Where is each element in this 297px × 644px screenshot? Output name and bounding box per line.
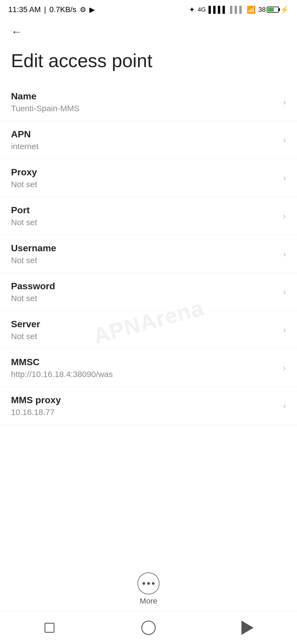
nav-back-button[interactable]	[237, 617, 258, 639]
home-icon	[141, 621, 156, 635]
back-arrow-icon: ←	[11, 26, 22, 38]
nav-recents-button[interactable]	[38, 617, 61, 639]
battery-percent: 38	[258, 6, 266, 13]
recents-icon	[45, 623, 54, 633]
dot1	[142, 582, 145, 585]
settings-content-username: UsernameNot set	[11, 243, 277, 265]
more-circle	[138, 572, 160, 594]
battery-container: 38 ⚡	[258, 6, 289, 14]
settings-label-server: Server	[11, 319, 277, 329]
battery-icon	[267, 7, 279, 13]
settings-content-apn: APNinternet	[11, 129, 277, 151]
settings-content-password: PasswordNot set	[11, 281, 277, 303]
settings-label-apn: APN	[11, 129, 277, 140]
settings-item-proxy[interactable]: ProxyNot set›	[0, 159, 297, 197]
4g-icon: 4G	[198, 6, 206, 13]
settings-item-apn[interactable]: APNinternet›	[0, 121, 297, 159]
settings-list: NameTuenti-Spain-MMS›APNinternet›ProxyNo…	[0, 83, 297, 425]
settings-label-name: Name	[11, 91, 277, 102]
back-button[interactable]: ←	[8, 23, 25, 40]
page-title: Edit access point	[11, 50, 286, 72]
nav-home-button[interactable]	[138, 617, 160, 639]
more-dots	[142, 582, 155, 585]
chevron-icon-name: ›	[283, 97, 286, 107]
settings-item-mmsc[interactable]: MMSChttp://10.16.18.4:38090/was›	[0, 349, 297, 387]
settings-value-server: Not set	[11, 332, 277, 341]
settings-value-password: Not set	[11, 294, 277, 303]
signal2-icon: ▌▌▌	[230, 6, 244, 13]
settings-content-proxy: ProxyNot set	[11, 167, 277, 189]
status-right: ✦ 4G ▌▌▌▌ ▌▌▌ 📶 38 ⚡	[189, 6, 289, 14]
toolbar: ←	[0, 19, 297, 44]
settings-value-port: Not set	[11, 218, 277, 227]
status-bar: 11:35 AM | 0.7KB/s ⚙ ▶ ✦ 4G ▌▌▌▌ ▌▌▌ 📶 3…	[0, 0, 297, 19]
settings-label-proxy: Proxy	[11, 167, 277, 178]
dot2	[147, 582, 150, 585]
page-title-container: Edit access point	[0, 44, 297, 83]
network-speed: 0.7KB/s	[50, 5, 76, 14]
wifi-icon: 📶	[247, 6, 255, 14]
dot3	[152, 582, 155, 585]
video-icon: ▶	[89, 6, 95, 14]
settings-value-username: Not set	[11, 256, 277, 265]
settings-content-mms-proxy: MMS proxy10.16.18.77	[11, 395, 277, 417]
chevron-icon-mmsc: ›	[283, 363, 286, 373]
bluetooth-icon: ✦	[189, 6, 195, 14]
settings-content-server: ServerNot set	[11, 319, 277, 341]
more-button[interactable]: More	[138, 572, 160, 605]
settings-content-port: PortNot set	[11, 205, 277, 227]
charging-icon: ⚡	[280, 6, 289, 14]
chevron-icon-mms-proxy: ›	[283, 401, 286, 411]
settings-value-mms-proxy: 10.16.18.77	[11, 408, 277, 417]
chevron-icon-username: ›	[283, 249, 286, 259]
settings-icon: ⚙	[80, 6, 86, 14]
settings-item-name[interactable]: NameTuenti-Spain-MMS›	[0, 83, 297, 121]
settings-item-server[interactable]: ServerNot set›	[0, 311, 297, 349]
more-label: More	[140, 597, 157, 605]
settings-label-username: Username	[11, 243, 277, 253]
settings-item-password[interactable]: PasswordNot set›	[0, 273, 297, 311]
settings-label-mms-proxy: MMS proxy	[11, 395, 277, 405]
settings-label-mmsc: MMSC	[11, 357, 277, 367]
settings-content-name: NameTuenti-Spain-MMS	[11, 91, 277, 113]
settings-value-apn: internet	[11, 142, 277, 151]
settings-value-name: Tuenti-Spain-MMS	[11, 104, 277, 113]
settings-label-port: Port	[11, 205, 277, 215]
status-left: 11:35 AM | 0.7KB/s ⚙ ▶	[8, 5, 95, 14]
settings-item-mms-proxy[interactable]: MMS proxy10.16.18.77›	[0, 387, 297, 425]
chevron-icon-server: ›	[283, 325, 286, 335]
signal-icon: ▌▌▌▌	[208, 6, 227, 13]
settings-item-username[interactable]: UsernameNot set›	[0, 235, 297, 273]
chevron-icon-proxy: ›	[283, 173, 286, 183]
chevron-icon-port: ›	[283, 211, 286, 221]
settings-value-proxy: Not set	[11, 180, 277, 189]
speed-separator: |	[44, 5, 46, 14]
settings-content-mmsc: MMSChttp://10.16.18.4:38090/was	[11, 357, 277, 379]
settings-item-port[interactable]: PortNot set›	[0, 197, 297, 235]
settings-value-mmsc: http://10.16.18.4:38090/was	[11, 370, 277, 379]
settings-label-password: Password	[11, 281, 277, 291]
chevron-icon-password: ›	[283, 287, 286, 297]
time: 11:35 AM	[8, 5, 41, 14]
nav-bar	[0, 611, 297, 644]
back-icon	[241, 621, 254, 635]
chevron-icon-apn: ›	[283, 135, 286, 145]
